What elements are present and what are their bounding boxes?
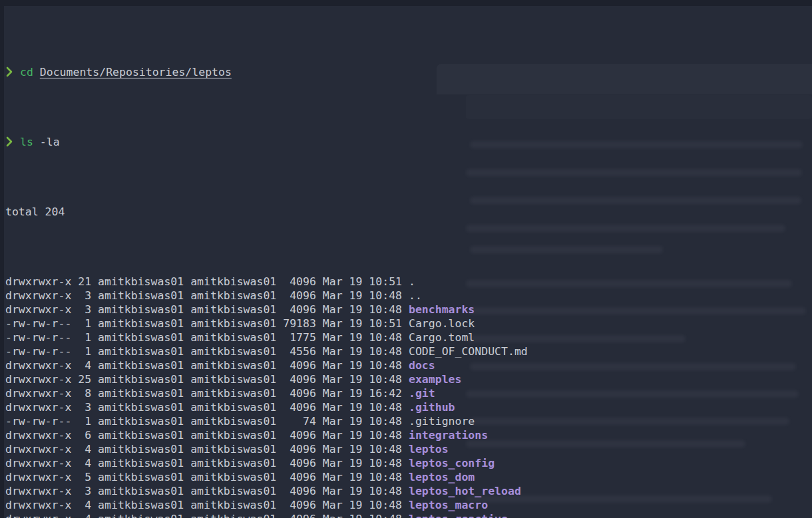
file-row: drwxrwxr-x 21 amitkbiswas01 amitkbiswas0… (5, 275, 812, 289)
command-name: cd (20, 66, 33, 78)
file-row: drwxrwxr-x 4 amitkbiswas01 amitkbiswas01… (5, 358, 812, 372)
file-row: drwxrwxr-x 3 amitkbiswas01 amitkbiswas01… (5, 484, 812, 498)
file-meta: drwxrwxr-x 21 amitkbiswas01 amitkbiswas0… (5, 275, 409, 288)
file-name: .git (409, 387, 435, 400)
window-edge-left (0, 0, 4, 518)
file-meta: drwxrwxr-x 4 amitkbiswas01 amitkbiswas01… (5, 457, 409, 469)
file-meta: drwxrwxr-x 3 amitkbiswas01 amitkbiswas01… (5, 289, 409, 302)
file-meta: drwxrwxr-x 4 amitkbiswas01 amitkbiswas01… (5, 359, 409, 372)
file-name: integrations (409, 429, 488, 442)
file-name: .. (409, 289, 422, 302)
total-line: total 204 (5, 205, 812, 219)
file-name: leptos_hot_reload (409, 485, 521, 497)
file-row: drwxrwxr-x 3 amitkbiswas01 amitkbiswas01… (5, 400, 812, 414)
command-name: ls (20, 136, 33, 148)
command-line-ls: ls -la (5, 135, 812, 149)
command-argument: Documents/Repositories/leptos (40, 66, 232, 78)
file-row: drwxrwxr-x 5 amitkbiswas01 amitkbiswas01… (5, 470, 812, 484)
file-row: drwxrwxr-x 6 amitkbiswas01 amitkbiswas01… (5, 428, 812, 442)
terminal-screen[interactable]: cd Documents/Repositories/leptos ls -la … (5, 9, 812, 518)
file-row: drwxrwxr-x 25 amitkbiswas01 amitkbiswas0… (5, 372, 812, 386)
file-meta: -rw-rw-r-- 1 amitkbiswas01 amitkbiswas01… (5, 331, 409, 344)
file-name: leptos_macro (409, 499, 488, 511)
file-meta: -rw-rw-r-- 1 amitkbiswas01 amitkbiswas01… (5, 345, 409, 358)
command-argument: -la (40, 136, 60, 148)
file-meta: -rw-rw-r-- 1 amitkbiswas01 amitkbiswas01… (5, 317, 409, 330)
file-row: -rw-rw-r-- 1 amitkbiswas01 amitkbiswas01… (5, 344, 812, 358)
chevron-right-icon (5, 135, 20, 149)
file-name: leptos (409, 443, 449, 455)
terminal-window[interactable]: cd Documents/Repositories/leptos ls -la … (0, 0, 812, 518)
file-row: -rw-rw-r-- 1 amitkbiswas01 amitkbiswas01… (5, 414, 812, 428)
file-meta: drwxrwxr-x 8 amitkbiswas01 amitkbiswas01… (5, 387, 409, 400)
file-meta: -rw-rw-r-- 1 amitkbiswas01 amitkbiswas01… (5, 415, 409, 428)
file-row: -rw-rw-r-- 1 amitkbiswas01 amitkbiswas01… (5, 330, 812, 344)
window-edge-top (0, 0, 812, 6)
file-meta: drwxrwxr-x 25 amitkbiswas01 amitkbiswas0… (5, 373, 409, 386)
file-name: leptos_config (409, 457, 495, 469)
file-meta: drwxrwxr-x 4 amitkbiswas01 amitkbiswas01… (5, 513, 409, 518)
file-meta: drwxrwxr-x 6 amitkbiswas01 amitkbiswas01… (5, 429, 409, 442)
file-name: docs (409, 359, 435, 372)
file-row: drwxrwxr-x 4 amitkbiswas01 amitkbiswas01… (5, 512, 812, 518)
file-meta: drwxrwxr-x 3 amitkbiswas01 amitkbiswas01… (5, 303, 409, 316)
file-row: drwxrwxr-x 4 amitkbiswas01 amitkbiswas01… (5, 456, 812, 470)
file-name: .github (409, 401, 455, 414)
chevron-right-icon (5, 65, 20, 79)
file-meta: drwxrwxr-x 3 amitkbiswas01 amitkbiswas01… (5, 401, 409, 414)
file-name: benchmarks (409, 303, 475, 316)
file-name: Cargo.toml (409, 331, 475, 344)
file-name: . (409, 275, 415, 288)
file-meta: drwxrwxr-x 4 amitkbiswas01 amitkbiswas01… (5, 443, 409, 455)
file-meta: drwxrwxr-x 3 amitkbiswas01 amitkbiswas01… (5, 485, 409, 497)
file-row: drwxrwxr-x 8 amitkbiswas01 amitkbiswas01… (5, 386, 812, 400)
file-listing: drwxrwxr-x 21 amitkbiswas01 amitkbiswas0… (5, 275, 812, 518)
file-name: examples (409, 373, 461, 386)
file-name: CODE_OF_CONDUCT.md (409, 345, 528, 358)
file-row: -rw-rw-r-- 1 amitkbiswas01 amitkbiswas01… (5, 317, 812, 330)
command-line-cd: cd Documents/Repositories/leptos (5, 65, 812, 79)
file-row: drwxrwxr-x 4 amitkbiswas01 amitkbiswas01… (5, 442, 812, 456)
file-name: leptos_dom (409, 471, 475, 483)
file-row: drwxrwxr-x 3 amitkbiswas01 amitkbiswas01… (5, 303, 812, 317)
file-row: drwxrwxr-x 4 amitkbiswas01 amitkbiswas01… (5, 498, 812, 512)
file-meta: drwxrwxr-x 5 amitkbiswas01 amitkbiswas01… (5, 471, 409, 483)
file-name: Cargo.lock (409, 317, 475, 330)
file-row: drwxrwxr-x 3 amitkbiswas01 amitkbiswas01… (5, 289, 812, 303)
file-name: .gitignore (409, 415, 475, 428)
file-name: leptos_reactive (409, 513, 508, 518)
file-meta: drwxrwxr-x 4 amitkbiswas01 amitkbiswas01… (5, 499, 409, 511)
